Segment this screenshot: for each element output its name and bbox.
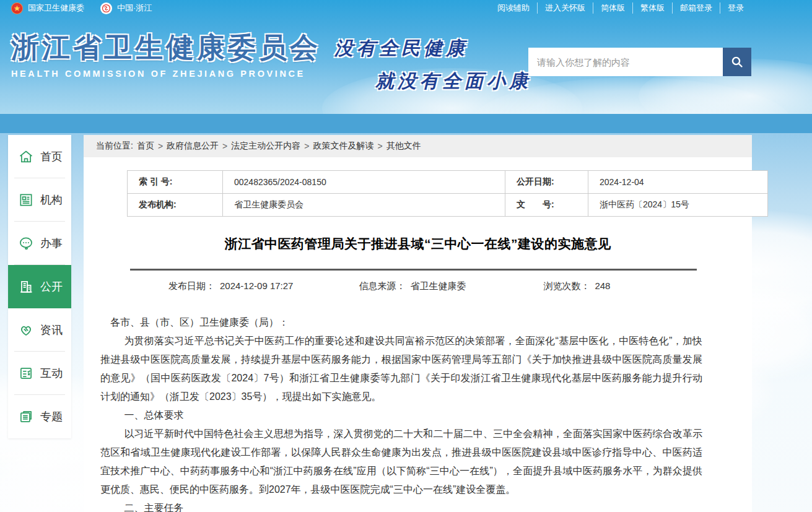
site-subtitle: HEALTH COMMISSION OF ZHEJIANG PROVINCE [11, 69, 321, 79]
link-reading-aid[interactable]: 阅读辅助 [490, 2, 537, 14]
issuing-agency-label: 发布机构: [128, 194, 223, 217]
sidebar-item-label: 专题 [40, 409, 63, 424]
article-paragraph: 为贯彻落实习近平总书记关于中医药工作的重要论述和建设共同富裕示范区的决策部署，全… [100, 332, 702, 406]
breadcrumb-separator: > [304, 141, 309, 151]
view-count: 浏览次数：248 [543, 280, 610, 292]
topbar-link-label: 中国·浙江 [117, 2, 152, 14]
breadcrumb-item-statutory[interactable]: 法定主动公开内容 [231, 141, 300, 152]
sidebar-item-label: 公开 [40, 279, 63, 294]
site-header: 国家卫生健康委 中国·浙江 阅读辅助 进入关怀版 简体版 繁体版 邮箱登录 登录… [0, 0, 812, 114]
sidebar-item-news[interactable]: 资讯 [8, 308, 71, 352]
table-row: 发布机构: 省卫生健康委员会 文 号: 浙中医药〔2024〕15号 [128, 194, 768, 217]
topbar-right-links: 阅读辅助 进入关怀版 简体版 繁体版 邮箱登录 登录 [490, 2, 751, 14]
publish-date-value: 2024-12-04 [588, 171, 768, 194]
link-national-health-commission[interactable]: 国家卫生健康委 [11, 2, 84, 14]
slogan-line-1: 没有全民健康 [334, 36, 531, 61]
index-number-label: 索 引 号: [128, 171, 223, 194]
link-simplified[interactable]: 简体版 [593, 2, 632, 14]
info-source-value: 省卫生健康委 [410, 280, 466, 291]
breadcrumb-separator: > [222, 141, 227, 151]
site-search [528, 48, 751, 76]
zhejiang-gov-logo-icon [100, 2, 112, 14]
breadcrumb-item-gov-info[interactable]: 政府信息公开 [167, 141, 219, 152]
main-nav-sidebar: 首页 机构 办事 [8, 135, 71, 438]
sidebar-item-label: 资讯 [40, 323, 63, 337]
title-divider-line [130, 269, 697, 271]
article-section-heading: 二、主要任务 [100, 499, 702, 512]
document-info-table: 索 引 号: 002482365/2024-08150 公开日期: 2024-1… [127, 170, 768, 217]
sidebar-item-topics[interactable]: 专题 [8, 395, 71, 438]
slogan-line-2: 就没有全面小康 [334, 69, 531, 94]
info-source: 信息来源：省卫生健康委 [359, 280, 466, 292]
sidebar-item-home[interactable]: 首页 [8, 135, 71, 178]
table-row: 索 引 号: 002482365/2024-08150 公开日期: 2024-1… [128, 171, 768, 194]
doc-number-label: 文 号: [505, 194, 588, 217]
stacked-docs-icon [18, 409, 34, 425]
sidebar-item-org[interactable]: 机构 [8, 178, 71, 222]
breadcrumb-separator: > [158, 141, 163, 151]
sidebar-item-interaction[interactable]: 互动 [8, 352, 71, 395]
handshake-heart-icon [18, 322, 34, 338]
chat-bubble-icon [18, 235, 34, 251]
topbar-link-label: 国家卫生健康委 [28, 2, 84, 14]
link-mail-login[interactable]: 邮箱登录 [672, 2, 720, 14]
publish-datetime-value: 2024-12-09 17:27 [220, 280, 293, 291]
article-section-heading: 一、总体要求 [100, 406, 702, 425]
link-care-version[interactable]: 进入关怀版 [537, 2, 593, 14]
breadcrumb: 当前位置: 首页 > 政府信息公开 > 法定主动公开内容 > 政策文件及解读 >… [84, 135, 752, 157]
sidebar-item-label: 机构 [40, 193, 63, 207]
site-logo[interactable]: 浙江省卫生健康委员会 HEALTH COMMISSION OF ZHEJIANG… [11, 32, 321, 79]
header-slogan: 没有全民健康 就没有全面小康 [334, 36, 531, 94]
sidebar-item-label: 首页 [40, 149, 63, 164]
view-count-value: 248 [595, 280, 610, 291]
search-button[interactable] [723, 48, 751, 76]
article-title: 浙江省中医药管理局关于推进县域“三中心一在线”建设的实施意见 [84, 235, 752, 253]
site-title: 浙江省卫生健康委员会 [11, 32, 321, 63]
link-china-zhejiang[interactable]: 中国·浙江 [100, 2, 152, 14]
sidebar-item-label: 办事 [40, 236, 63, 251]
home-icon [18, 149, 34, 165]
breadcrumb-item-home[interactable]: 首页 [137, 141, 154, 152]
national-emblem-icon [11, 2, 23, 14]
building-icon [18, 279, 34, 295]
topbar-left-links: 国家卫生健康委 中国·浙江 [11, 2, 152, 14]
breadcrumb-item-policy-docs[interactable]: 政策文件及解读 [313, 141, 373, 152]
publish-datetime: 发布日期：2024-12-09 17:27 [168, 280, 293, 292]
sidebar-item-disclosure[interactable]: 公开 [8, 265, 71, 308]
form-check-icon [18, 365, 34, 381]
article-body: 各市、县（市、区）卫生健康委（局）： 为贯彻落实习近平总书记关于中医药工作的重要… [100, 313, 702, 512]
doc-number-value: 浙中医药〔2024〕15号 [588, 194, 768, 217]
view-count-label: 浏览次数： [543, 280, 590, 291]
newspaper-icon [18, 192, 34, 208]
publish-date-label: 公开日期: [505, 171, 588, 194]
header-divider-band [0, 114, 812, 133]
issuing-agency-value: 省卫生健康委员会 [223, 194, 505, 217]
link-login[interactable]: 登录 [720, 2, 751, 14]
top-utility-bar: 国家卫生健康委 中国·浙江 阅读辅助 进入关怀版 简体版 繁体版 邮箱登录 登录 [0, 0, 812, 16]
search-icon [730, 54, 744, 69]
info-source-label: 信息来源： [359, 280, 405, 291]
link-traditional[interactable]: 繁体版 [632, 2, 672, 14]
article-paragraph: 以习近平新时代中国特色社会主义思想为指导，深入贯彻党的二十大和二十届二中、三中全… [100, 425, 702, 499]
article-paragraph: 各市、县（市、区）卫生健康委（局）： [100, 313, 702, 332]
search-input[interactable] [528, 48, 723, 76]
breadcrumb-item-other-docs[interactable]: 其他文件 [386, 141, 421, 152]
article-meta-row: 发布日期：2024-12-09 17:27 信息来源：省卫生健康委 浏览次数：2… [84, 280, 752, 292]
content-panel: 当前位置: 首页 > 政府信息公开 > 法定主动公开内容 > 政策文件及解读 >… [84, 135, 752, 512]
sidebar-item-services[interactable]: 办事 [8, 222, 71, 265]
breadcrumb-prefix: 当前位置: [96, 141, 133, 152]
publish-datetime-label: 发布日期： [168, 280, 215, 291]
index-number-value: 002482365/2024-08150 [223, 171, 505, 194]
breadcrumb-separator: > [377, 141, 382, 151]
sidebar-item-label: 互动 [40, 366, 63, 381]
